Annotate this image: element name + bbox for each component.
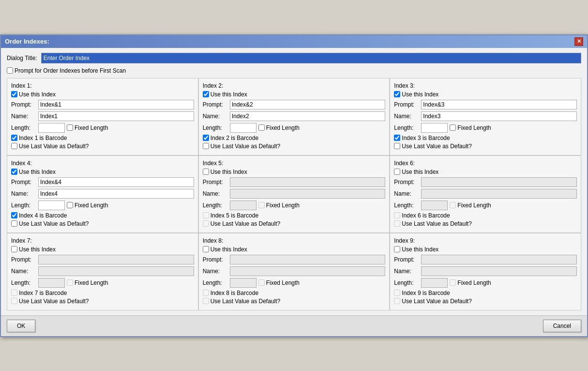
use-index-checkbox-label-9[interactable]: Use this Index	[394, 246, 577, 253]
fixed-length-checkbox-label-5[interactable]: Fixed Length	[258, 202, 300, 209]
is-barcode-row-9[interactable]: Index 9 is Barcode	[394, 290, 577, 296]
name-input-1[interactable]	[38, 111, 194, 121]
prompt-input-7[interactable]	[38, 255, 194, 264]
use-last-value-row-6[interactable]: Use Last Value as Default?	[394, 220, 577, 227]
prompt-input-9[interactable]	[421, 255, 577, 264]
fixed-length-checkbox-5[interactable]	[258, 202, 265, 208]
name-input-2[interactable]	[230, 111, 386, 121]
use-last-value-checkbox-3[interactable]	[394, 143, 400, 149]
use-last-value-row-5[interactable]: Use Last Value as Default?	[203, 220, 386, 227]
fixed-length-checkbox-1[interactable]	[67, 124, 73, 131]
use-last-value-checkbox-5[interactable]	[203, 220, 209, 227]
use-last-value-checkbox-9[interactable]	[394, 298, 400, 304]
prompt-input-4[interactable]	[38, 177, 194, 187]
close-button[interactable]: ✕	[574, 37, 583, 46]
prompt-input-6[interactable]	[421, 177, 577, 187]
cancel-button[interactable]: Cancel	[543, 320, 581, 332]
ok-button[interactable]: OK	[7, 320, 35, 332]
name-input-6[interactable]	[421, 189, 577, 199]
fixed-length-checkbox-9[interactable]	[450, 279, 456, 286]
use-last-value-checkbox-4[interactable]	[11, 220, 17, 227]
fixed-length-checkbox-2[interactable]	[258, 124, 265, 131]
use-index-checkbox-label-7[interactable]: Use this Index	[11, 246, 194, 253]
fixed-length-checkbox-label-2[interactable]: Fixed Length	[258, 124, 300, 131]
use-last-value-row-2[interactable]: Use Last Value as Default?	[203, 143, 386, 150]
use-index-checkbox-4[interactable]	[11, 169, 17, 175]
fixed-length-checkbox-4[interactable]	[67, 202, 73, 208]
is-barcode-row-1[interactable]: Index 1 is Barcode	[11, 135, 194, 141]
use-index-checkbox-5[interactable]	[203, 169, 209, 175]
use-last-value-row-8[interactable]: Use Last Value as Default?	[203, 298, 386, 305]
length-input-5[interactable]	[230, 201, 256, 210]
use-index-checkbox-8[interactable]	[203, 246, 209, 252]
fixed-length-checkbox-label-3[interactable]: Fixed Length	[450, 124, 491, 131]
is-barcode-checkbox-9[interactable]	[394, 290, 400, 296]
use-index-checkbox-2[interactable]	[203, 91, 209, 97]
dialog-title-input[interactable]	[41, 53, 581, 63]
use-last-value-checkbox-8[interactable]	[203, 298, 209, 304]
fixed-length-checkbox-3[interactable]	[450, 124, 456, 131]
fixed-length-checkbox-6[interactable]	[450, 202, 456, 208]
is-barcode-checkbox-3[interactable]	[394, 135, 400, 141]
prompt-for-order-indexes-checkbox[interactable]	[7, 67, 13, 74]
is-barcode-row-4[interactable]: Index 4 is Barcode	[11, 212, 194, 219]
is-barcode-checkbox-8[interactable]	[203, 290, 209, 296]
use-index-checkbox-6[interactable]	[394, 169, 400, 175]
is-barcode-row-6[interactable]: Index 6 is Barcode	[394, 212, 577, 219]
length-input-1[interactable]	[38, 123, 65, 133]
is-barcode-row-2[interactable]: Index 2 is Barcode	[203, 135, 386, 141]
use-index-checkbox-9[interactable]	[394, 246, 400, 252]
is-barcode-checkbox-6[interactable]	[394, 212, 400, 218]
name-input-5[interactable]	[230, 189, 386, 199]
length-input-3[interactable]	[421, 123, 448, 133]
fixed-length-checkbox-7[interactable]	[67, 279, 73, 286]
fixed-length-checkbox-8[interactable]	[258, 279, 265, 286]
length-input-4[interactable]	[38, 201, 65, 210]
fixed-length-checkbox-label-4[interactable]: Fixed Length	[67, 202, 108, 209]
is-barcode-checkbox-1[interactable]	[11, 135, 17, 141]
name-input-3[interactable]	[421, 111, 577, 121]
length-input-9[interactable]	[421, 278, 448, 288]
name-input-4[interactable]	[38, 189, 194, 199]
is-barcode-row-3[interactable]: Index 3 is Barcode	[394, 135, 577, 141]
use-index-checkbox-label-6[interactable]: Use this Index	[394, 169, 577, 175]
is-barcode-checkbox-2[interactable]	[203, 135, 209, 141]
use-index-checkbox-1[interactable]	[11, 91, 17, 97]
use-index-checkbox-3[interactable]	[394, 91, 400, 97]
use-index-checkbox-label-1[interactable]: Use this Index	[11, 91, 194, 98]
fixed-length-checkbox-label-8[interactable]: Fixed Length	[258, 279, 300, 286]
use-last-value-row-4[interactable]: Use Last Value as Default?	[11, 220, 194, 227]
fixed-length-checkbox-label-6[interactable]: Fixed Length	[450, 202, 491, 209]
use-last-value-checkbox-1[interactable]	[11, 143, 17, 149]
is-barcode-row-5[interactable]: Index 5 is Barcode	[203, 212, 386, 219]
use-index-checkbox-label-5[interactable]: Use this Index	[203, 169, 386, 175]
is-barcode-row-7[interactable]: Index 7 is Barcode	[11, 290, 194, 296]
fixed-length-checkbox-label-9[interactable]: Fixed Length	[450, 279, 491, 286]
use-index-checkbox-7[interactable]	[11, 246, 17, 252]
length-input-7[interactable]	[38, 278, 65, 288]
use-index-checkbox-label-3[interactable]: Use this Index	[394, 91, 577, 98]
prompt-input-3[interactable]	[421, 100, 577, 109]
prompt-input-1[interactable]	[38, 100, 194, 109]
length-input-6[interactable]	[421, 201, 448, 210]
use-last-value-checkbox-7[interactable]	[11, 298, 17, 304]
length-input-2[interactable]	[230, 123, 256, 133]
prompt-input-2[interactable]	[230, 100, 386, 109]
fixed-length-checkbox-label-7[interactable]: Fixed Length	[67, 279, 108, 286]
prompt-for-order-indexes-checkbox-label[interactable]: Prompt for Order Indexes before First Sc…	[7, 67, 581, 74]
use-index-checkbox-label-8[interactable]: Use this Index	[203, 246, 386, 253]
is-barcode-checkbox-4[interactable]	[11, 212, 17, 218]
name-input-7[interactable]	[38, 266, 194, 276]
is-barcode-checkbox-7[interactable]	[11, 290, 17, 296]
use-last-value-checkbox-6[interactable]	[394, 220, 400, 227]
is-barcode-checkbox-5[interactable]	[203, 212, 209, 218]
use-last-value-row-1[interactable]: Use Last Value as Default?	[11, 143, 194, 150]
fixed-length-checkbox-label-1[interactable]: Fixed Length	[67, 124, 108, 131]
length-input-8[interactable]	[230, 278, 256, 288]
name-input-9[interactable]	[421, 266, 577, 276]
use-last-value-row-9[interactable]: Use Last Value as Default?	[394, 298, 577, 305]
is-barcode-row-8[interactable]: Index 8 is Barcode	[203, 290, 386, 296]
use-index-checkbox-label-4[interactable]: Use this Index	[11, 169, 194, 175]
use-last-value-row-3[interactable]: Use Last Value as Default?	[394, 143, 577, 150]
use-last-value-checkbox-2[interactable]	[203, 143, 209, 149]
